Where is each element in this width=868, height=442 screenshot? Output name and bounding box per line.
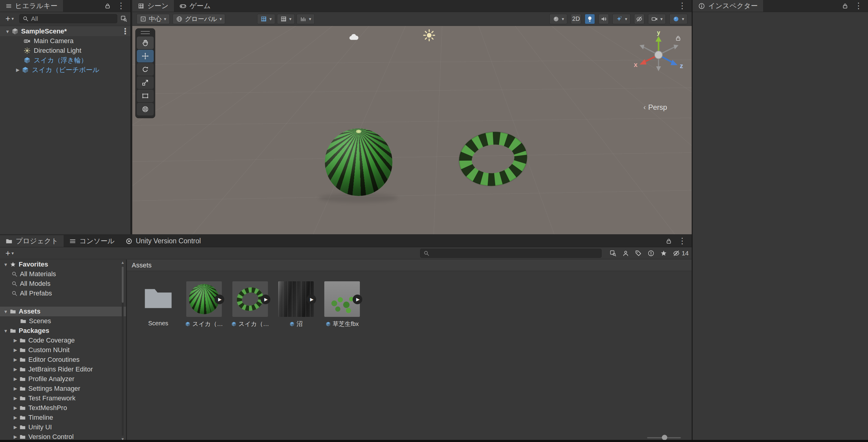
lock-icon[interactable] xyxy=(842,3,848,9)
asset-item-suika-torus[interactable]: ▶ スイカ（… xyxy=(227,281,273,328)
expand-subassets-button[interactable]: ▶ xyxy=(352,295,362,304)
projection-toggle[interactable]: ‹Persp xyxy=(627,103,684,112)
watermelon-torus-object[interactable] xyxy=(453,124,534,194)
foldout-closed-icon[interactable]: ▶ xyxy=(11,415,19,420)
foldout-closed-icon[interactable]: ▶ xyxy=(11,338,19,343)
rect-tool-button[interactable] xyxy=(137,90,154,102)
foldout-closed-icon[interactable]: ▶ xyxy=(11,357,19,362)
sidebar-all-models[interactable]: All Models xyxy=(0,279,126,289)
foldout-closed-icon[interactable]: ▶ xyxy=(11,434,19,440)
asset-item-scenes[interactable]: Scenes xyxy=(135,281,181,327)
sidebar-package-item[interactable]: ▶ Code Coverage xyxy=(0,335,126,345)
axis-y-label[interactable]: y xyxy=(657,31,661,36)
grid-visibility-dropdown[interactable]: ▾ xyxy=(257,14,275,24)
create-asset-button[interactable]: + ▾ xyxy=(3,248,16,258)
scrollbar-thumb[interactable] xyxy=(122,267,124,303)
grid-snapping-dropdown[interactable]: ▾ xyxy=(277,14,295,24)
foldout-closed-icon[interactable]: ▶ xyxy=(11,395,19,401)
scene-header-row[interactable]: ▼ SampleScene* ⋮ xyxy=(0,27,130,36)
cloud-gizmo-icon[interactable] xyxy=(347,31,360,43)
scene-audio-toggle[interactable] xyxy=(598,14,609,24)
expand-subassets-button[interactable]: ▶ xyxy=(307,295,316,304)
tab-project[interactable]: プロジェクト xyxy=(0,235,64,247)
tab-console[interactable]: コンソール xyxy=(64,235,120,247)
hierarchy-item-suika-ukiwa[interactable]: スイカ（浮き輪） xyxy=(0,56,130,65)
watermelon-sphere-object[interactable] xyxy=(325,128,393,196)
tab-inspector[interactable]: インスペクター xyxy=(692,0,763,12)
tab-scene[interactable]: シーン xyxy=(132,0,174,12)
asset-item-kusashibafu[interactable]: ▶ 草芝生fbx xyxy=(319,281,365,328)
foldout-closed-icon[interactable]: ▶ xyxy=(11,366,19,372)
expand-subassets-button[interactable]: ▶ xyxy=(261,295,270,304)
scene-menu-icon[interactable]: ⋮ xyxy=(120,27,130,36)
foldout-closed-icon[interactable]: ▶ xyxy=(11,424,19,430)
asset-item-suika-sphere[interactable]: ▶ スイカ（… xyxy=(181,281,227,328)
project-search-input[interactable] xyxy=(420,249,601,258)
sidebar-package-item[interactable]: ▶ Timeline xyxy=(0,413,126,422)
hierarchy-item-suika-beachball[interactable]: ▶ スイカ（ビーチボール xyxy=(0,65,130,75)
thumbnail-zoom-slider[interactable] xyxy=(647,437,681,438)
foldout-closed-icon[interactable]: ▶ xyxy=(11,386,19,391)
sidebar-assets[interactable]: ▼ Assets xyxy=(0,306,126,316)
sidebar-package-item[interactable]: ▶ Profile Analyzer xyxy=(0,374,126,384)
sidebar-all-prefabs[interactable]: All Prefabs xyxy=(0,289,126,298)
pick-object-icon[interactable] xyxy=(120,15,127,22)
sun-gizmo-icon[interactable] xyxy=(422,28,436,42)
rotate-tool-button[interactable] xyxy=(137,63,154,76)
asset-item-numa[interactable]: ▶ 沼 xyxy=(273,281,318,328)
hand-tool-button[interactable] xyxy=(137,36,154,49)
snap-increment-dropdown[interactable]: ▾ xyxy=(297,14,315,24)
sidebar-package-item[interactable]: ▶ Unity UI xyxy=(0,422,126,432)
search-by-bundle-icon[interactable] xyxy=(622,249,629,257)
save-search-star-icon[interactable] xyxy=(660,249,667,257)
scale-tool-button[interactable] xyxy=(137,76,154,89)
handle-orientation-dropdown[interactable]: グローバル ▾ xyxy=(173,14,225,24)
hierarchy-item-main-camera[interactable]: Main Camera xyxy=(0,36,130,46)
pivot-mode-dropdown[interactable]: 中心 ▾ xyxy=(136,14,170,24)
sidebar-package-item[interactable]: ▶ JetBrains Rider Editor xyxy=(0,364,126,374)
sidebar-all-materials[interactable]: All Materials xyxy=(0,269,126,279)
axis-z-label[interactable]: z xyxy=(680,62,683,70)
hidden-packages-toggle[interactable]: 14 xyxy=(673,249,689,257)
toggle-2d-button[interactable]: 2D xyxy=(571,14,581,24)
foldout-closed-icon[interactable]: ▶ xyxy=(11,405,19,411)
scroll-up-icon[interactable]: ▲ xyxy=(121,260,125,265)
foldout-open-icon[interactable]: ▼ xyxy=(2,309,10,314)
hierarchy-search-input[interactable]: All xyxy=(19,14,117,23)
scene-visibility-toggle[interactable] xyxy=(634,14,644,24)
sidebar-package-item[interactable]: ▶ Test Framework xyxy=(0,393,126,403)
scene-lighting-toggle[interactable] xyxy=(585,14,595,24)
search-by-label-icon[interactable] xyxy=(635,249,642,257)
create-object-button[interactable]: + ▾ xyxy=(3,14,16,24)
scene-viewport[interactable]: y x z ‹Persp xyxy=(132,26,692,234)
palette-drag-handle[interactable] xyxy=(141,31,150,34)
panel-menu-icon[interactable]: ⋮ xyxy=(116,2,126,10)
lock-icon[interactable] xyxy=(665,238,672,244)
panel-menu-icon[interactable]: ⋮ xyxy=(853,2,864,10)
hierarchy-item-directional-light[interactable]: Directional Light xyxy=(0,46,130,56)
zoom-slider-thumb[interactable] xyxy=(662,435,667,440)
sidebar-packages[interactable]: ▼ Packages xyxy=(0,326,126,335)
foldout-open-icon[interactable]: ▼ xyxy=(2,262,10,267)
camera-settings-dropdown[interactable]: ▾ xyxy=(648,14,666,24)
search-in-assets-icon[interactable] xyxy=(610,249,617,257)
tab-unity-version-control[interactable]: Unity Version Control xyxy=(120,235,206,247)
expand-subassets-button[interactable]: ▶ xyxy=(215,295,224,304)
tab-game[interactable]: ゲーム xyxy=(174,0,216,12)
panel-menu-icon[interactable]: ⋮ xyxy=(677,2,687,10)
sidebar-scrollbar[interactable]: ▲ ▼ xyxy=(119,260,126,442)
sidebar-package-item[interactable]: ▶ Settings Manager xyxy=(0,384,126,393)
gizmo-lock-icon[interactable] xyxy=(675,35,681,41)
effects-dropdown[interactable]: ▾ xyxy=(613,14,630,24)
sidebar-package-item[interactable]: ▶ Custom NUnit xyxy=(0,345,126,355)
sidebar-package-item[interactable]: ▶ Editor Coroutines xyxy=(0,355,126,364)
draw-mode-dropdown[interactable]: ▾ xyxy=(550,14,567,24)
sidebar-favorites[interactable]: ▼ Favorites xyxy=(0,260,126,269)
search-warnings-icon[interactable] xyxy=(647,249,655,257)
foldout-closed-icon[interactable]: ▶ xyxy=(11,376,19,382)
foldout-open-icon[interactable]: ▼ xyxy=(4,29,11,34)
transform-tool-button[interactable] xyxy=(137,103,154,116)
lock-icon[interactable] xyxy=(104,3,111,9)
axis-x-label[interactable]: x xyxy=(634,61,638,68)
panel-menu-icon[interactable]: ⋮ xyxy=(677,237,687,245)
